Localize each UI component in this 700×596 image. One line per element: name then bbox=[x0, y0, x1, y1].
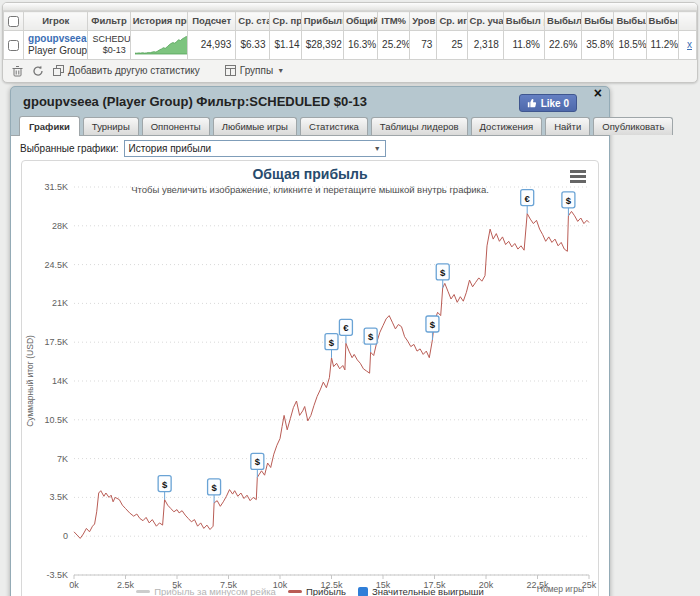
tab-достижения[interactable]: Достижения bbox=[471, 117, 543, 135]
legend-label: Значительные выигрыши bbox=[372, 586, 484, 596]
profit-history-chart[interactable]: Общая прибыль Чтобы увеличить изображени… bbox=[21, 160, 599, 596]
row-checkbox[interactable] bbox=[4, 30, 24, 59]
graph-select[interactable]: История прибыли ▼ bbox=[124, 140, 386, 157]
column-header[interactable]: Выбыл bbox=[582, 12, 614, 31]
tab-найти[interactable]: Найти bbox=[545, 117, 590, 135]
legend-item[interactable]: Значительные выигрыши bbox=[358, 586, 484, 596]
column-header[interactable]: Общий bbox=[343, 12, 377, 31]
stats-table-panel: ИгрокФильтрИстория прибыПодсчетСр. стаСр… bbox=[2, 2, 698, 83]
tab-оппоненты[interactable]: Оппоненты bbox=[142, 117, 210, 135]
win-marker-symbol: € bbox=[343, 322, 349, 333]
player-group-label: Player Group bbox=[28, 45, 83, 57]
column-header[interactable]: История прибы bbox=[130, 12, 187, 31]
close-icon[interactable]: × bbox=[594, 86, 602, 100]
legend-swatch bbox=[358, 587, 368, 596]
legend-item[interactable]: Прибыль bbox=[288, 586, 346, 596]
facebook-like-button[interactable]: Like 0 bbox=[519, 94, 577, 112]
groups-button[interactable]: Группы ▼ bbox=[225, 65, 284, 76]
column-header[interactable]: Выбыл bbox=[614, 12, 646, 31]
tab-графики[interactable]: Графики bbox=[19, 116, 80, 136]
tab-опубликовать[interactable]: Опубликовать bbox=[593, 117, 673, 135]
stat-value-cell: 2,318 bbox=[467, 30, 503, 59]
y-tick-label: 14K bbox=[52, 376, 68, 386]
column-header[interactable]: Подсчет bbox=[188, 12, 236, 31]
column-header[interactable]: Уров bbox=[410, 12, 437, 31]
y-tick-label: 28K bbox=[52, 221, 68, 231]
stat-value-cell: 73 bbox=[410, 30, 437, 59]
chevron-down-icon: ▼ bbox=[277, 67, 284, 74]
table-row: gpoupvseeaPlayer GroupSCHEDULED$0-1324,9… bbox=[4, 30, 697, 59]
win-marker-symbol: $ bbox=[440, 267, 446, 278]
column-header-empty bbox=[678, 12, 696, 31]
tab-любимые-игры[interactable]: Любимые игры bbox=[213, 117, 297, 135]
player-group-popup: gpoupvseea (Player Group) Фильтр:SCHEDUL… bbox=[10, 86, 610, 596]
column-header[interactable]: Прибыль bbox=[301, 12, 343, 31]
x-axis-title: Номер игры bbox=[537, 584, 584, 594]
add-statistic-button[interactable]: Добавить другую статистику bbox=[53, 65, 200, 76]
win-marker-symbol: $ bbox=[255, 456, 261, 467]
panel-top-strip bbox=[3, 3, 697, 11]
legend-label: Прибыль за минусом рейка bbox=[154, 586, 276, 596]
tab-bar: ГрафикиТурнирыОппонентыЛюбимые игрыСтати… bbox=[19, 114, 601, 135]
y-axis-title: Суммарный итог (USD) bbox=[25, 335, 35, 427]
stat-value-cell: 24,993 bbox=[188, 30, 236, 59]
stats-header-row: ИгрокФильтрИстория прибыПодсчетСр. стаСр… bbox=[4, 12, 697, 31]
graph-select-label: Выбранные графики: bbox=[20, 143, 119, 154]
graph-select-value: История прибыли bbox=[129, 143, 211, 154]
win-marker-symbol: $ bbox=[368, 331, 374, 342]
y-tick-label: 7K bbox=[57, 454, 68, 464]
filter-cell: SCHEDULED$0-13 bbox=[88, 30, 130, 59]
stat-value-cell: 25 bbox=[437, 30, 467, 59]
chart-canvas: -3.5K03.5K7K10.5K14K17.5K21K24.5K28K31.5… bbox=[22, 161, 598, 596]
groups-label: Группы bbox=[240, 65, 273, 76]
stat-value-cell: 35.8% bbox=[582, 30, 614, 59]
stat-value-cell: $1.14 bbox=[270, 30, 301, 59]
stat-value-cell: 22.6% bbox=[545, 30, 582, 59]
tab-таблицы-лидеров[interactable]: Таблицы лидеров bbox=[371, 117, 468, 135]
graph-select-row: Выбранные графики: История прибыли ▼ bbox=[11, 136, 609, 159]
column-header[interactable]: Выбы bbox=[646, 12, 678, 31]
select-all-checkbox[interactable] bbox=[4, 12, 24, 31]
column-header[interactable]: Ср. ста bbox=[236, 12, 270, 31]
tab-турниры[interactable]: Турниры bbox=[83, 117, 139, 135]
column-header[interactable]: Ср. пр bbox=[270, 12, 301, 31]
legend-label: Прибыль bbox=[306, 586, 346, 596]
delete-icon[interactable] bbox=[12, 65, 23, 77]
legend-item[interactable]: Прибыль за минусом рейка bbox=[136, 586, 276, 596]
chart-legend: Прибыль за минусом рейкаПрибыльЗначитель… bbox=[22, 586, 598, 596]
column-header[interactable]: Выбыл bbox=[545, 12, 582, 31]
stat-value-cell: $28,392 bbox=[301, 30, 343, 59]
column-header[interactable]: Выбыл р bbox=[503, 12, 544, 31]
stat-value-cell: 11.2% bbox=[646, 30, 678, 59]
add-statistic-label: Добавить другую статистику bbox=[68, 65, 200, 76]
win-marker-symbol: $ bbox=[329, 337, 335, 348]
win-marker-symbol: $ bbox=[211, 482, 217, 493]
stats-toolbar: Добавить другую статистику Группы ▼ bbox=[3, 60, 697, 82]
legend-swatch bbox=[136, 590, 150, 593]
popup-title: gpoupvseea (Player Group) Фильтр:SCHEDUL… bbox=[23, 94, 367, 109]
column-header[interactable]: Игрок bbox=[24, 12, 88, 31]
like-label: Like 0 bbox=[541, 98, 569, 109]
y-tick-label: 0 bbox=[63, 531, 68, 541]
player-link[interactable]: gpoupvseea bbox=[28, 33, 83, 45]
profit-history-sparkline[interactable] bbox=[130, 30, 187, 59]
profit-line[interactable] bbox=[74, 211, 589, 538]
y-tick-label: 17.5K bbox=[44, 337, 68, 347]
column-header[interactable]: Ср. игр bbox=[437, 12, 467, 31]
popup-body: Выбранные графики: История прибыли ▼ Общ… bbox=[11, 135, 609, 596]
column-header[interactable]: ITM% bbox=[378, 12, 410, 31]
column-header[interactable]: Ср. уча bbox=[467, 12, 503, 31]
win-marker-symbol: $ bbox=[566, 195, 572, 206]
column-header[interactable]: Фильтр bbox=[88, 12, 130, 31]
y-tick-label: 31.5K bbox=[44, 182, 68, 192]
stat-value-cell: 11.8% bbox=[503, 30, 544, 59]
y-tick-label: 24.5K bbox=[44, 260, 68, 270]
player-stats-table: ИгрокФильтрИстория прибыПодсчетСр. стаСр… bbox=[3, 11, 697, 60]
stat-value-cell: 18.5% bbox=[614, 30, 646, 59]
stat-value-cell: $6.33 bbox=[236, 30, 270, 59]
legend-swatch bbox=[288, 590, 302, 593]
remove-row-link[interactable]: x bbox=[687, 39, 692, 50]
page: { "stats_table": { "headers": ["Игрок","… bbox=[0, 0, 700, 596]
refresh-icon[interactable] bbox=[32, 65, 44, 77]
tab-статистика[interactable]: Статистика bbox=[300, 117, 368, 135]
